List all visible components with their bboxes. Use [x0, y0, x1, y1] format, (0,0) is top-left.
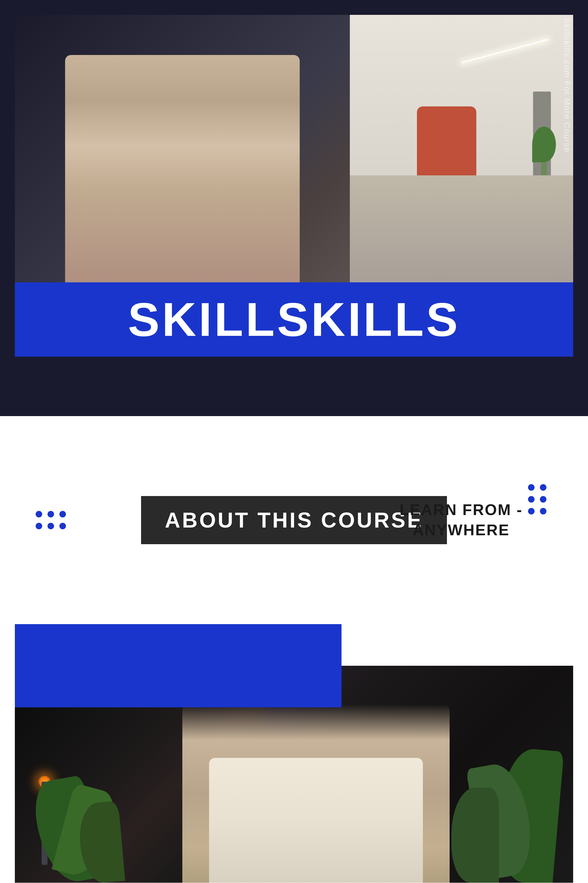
plant-leaf [532, 126, 556, 162]
hero-image-container [15, 15, 573, 282]
dot [48, 523, 54, 529]
bottom-instructor-figure [182, 704, 450, 883]
middle-section: ABOUT THIS COURSE LEARN FROM - ANYWHERE [0, 416, 588, 624]
dots-right-decoration [528, 484, 546, 514]
instructor-photo-area [15, 15, 350, 282]
dot [36, 523, 42, 529]
dot [528, 496, 534, 502]
interior-room-photo [350, 15, 573, 282]
room-floor [350, 175, 573, 282]
dot [36, 511, 42, 517]
instructor-silhouette [65, 55, 300, 282]
brand-title: SKILLSKILLS [128, 292, 460, 347]
learn-from-text: LEARN FROM - ANYWHERE [400, 500, 523, 540]
plants-left [33, 764, 136, 883]
brand-banner: SKILLSKILLS [15, 282, 573, 357]
dot [528, 508, 534, 514]
watermark-text: Skillskills.com For More Course [562, 18, 572, 153]
about-course-text: ABOUT THIS COURSE [165, 508, 423, 532]
dot [59, 523, 66, 529]
dots-left-decoration [36, 511, 66, 529]
dot [48, 511, 54, 517]
dot [540, 496, 546, 502]
dot [540, 508, 546, 514]
right-leaf-3 [452, 788, 499, 883]
hero-section: Skillskills.com For More Course SKILLSKI… [0, 0, 588, 416]
instructor-shirt [209, 758, 423, 883]
room-chair [417, 107, 476, 181]
dot [59, 511, 66, 517]
blue-overlay-rectangle [15, 624, 342, 707]
plants-right [440, 734, 558, 883]
bottom-section [0, 624, 588, 883]
dot [528, 484, 534, 491]
dot [540, 484, 546, 491]
